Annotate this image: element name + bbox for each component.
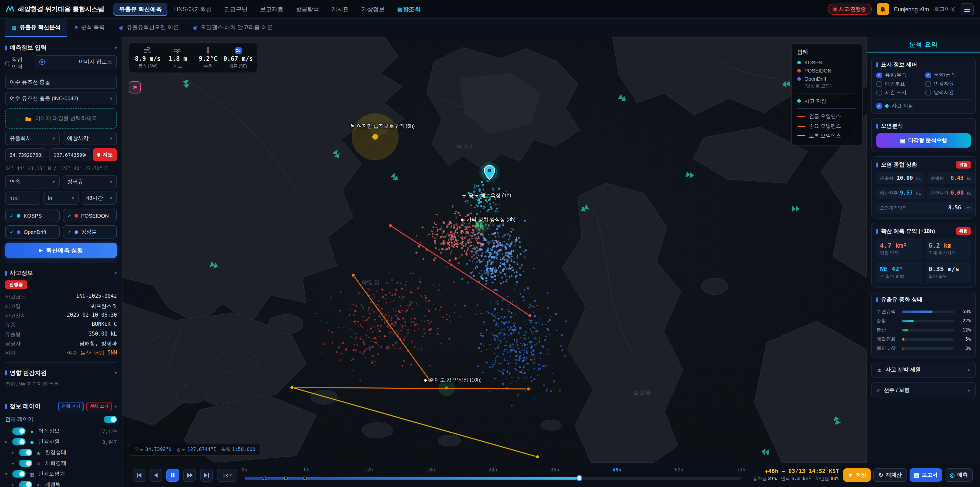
radio-direct-input[interactable]: 직접 입력 [5,55,27,72]
recalculate-button[interactable]: ↻재계산 [873,468,907,482]
place-label: 여수시 [457,144,476,151]
pause-button[interactable] [166,469,179,481]
layer-item-seasonal[interactable]: ▸◐계절별 [5,479,117,487]
model-toggle-kosps[interactable]: ✓KOSPS [5,209,59,222]
notification-bell-button[interactable] [877,3,889,15]
step-back-button[interactable] [150,469,162,481]
spill-company-select[interactable]: 유출회사 ▾ [5,132,59,145]
chevron-right-icon[interactable]: ▸ [12,482,16,487]
tab-diffusion-model-theory[interactable]: ◉유출유확산모델 이론 [113,19,186,37]
timeline-tick-6h[interactable]: 6h [304,466,309,472]
oil-type-select[interactable]: 벙커유 ▾ [62,175,117,188]
predict-button[interactable]: ◎예측 [945,468,973,482]
incident-point-checkbox-row[interactable]: ✓ 사고 지점 [877,103,971,109]
nav-item-board[interactable]: 게시판 [326,3,355,16]
layer-toggle-eco-environment[interactable] [19,449,32,456]
timeline-tick-72h[interactable]: 72h [737,466,746,472]
timeline-tick-60h[interactable]: 60h [675,466,683,472]
timeline-tick-12h[interactable]: 12h [364,466,373,472]
layer-toggle-sensitivity-eval[interactable] [12,470,25,477]
map-canvas[interactable]: 여수시화양면돌산읍⚑여자만 습지보호구역 (6h)☀웅도 해수욕장 (1h)◆가… [123,37,867,463]
legend-dot-icon [797,69,801,72]
predict-section-header[interactable]: 예측정보 입력 ▾ [5,42,117,54]
playback-speed-select[interactable]: 1x ▾ [217,469,237,481]
save-button[interactable]: ▼저장 [843,468,871,482]
display-check-tow-buoy[interactable]: 예인부표 [877,81,922,87]
ship-specs-fold-row[interactable]: ⚓ 사고 선박 제원 ▸ [871,362,976,378]
display-check-sensitive-resources[interactable]: 민감자원 [925,81,971,87]
timeline-tick-24h[interactable]: 24h [488,466,497,472]
display-check-time-display[interactable]: 시간 표시 [877,89,922,96]
layer-toggle-sensitive-resources[interactable] [12,438,25,445]
timeline-tick-36h[interactable]: 36h [550,466,559,472]
expected-time-select[interactable]: 예상시각 ▾ [62,132,117,145]
timeline-event-marker[interactable] [303,476,307,480]
map-style-toggle-button[interactable]: ❀ [129,81,141,93]
sensitive-section-header[interactable]: 영향 민감자원 ▾ [5,366,117,379]
incident-section-header[interactable]: 사고정보 ▾ [5,267,117,279]
run-prediction-button[interactable]: ▶ 확산예측 실행 [5,243,117,258]
incident-select[interactable]: 여수 유조선 충돌 (INC-0042) ▾ [5,92,117,105]
image-upload-dropzone[interactable]: 이미지 파일을 선택하세요 [5,108,117,129]
layer-item-sensitive-resources[interactable]: ▸◆민감자원3,947 [5,436,117,447]
nav-item-hns-air-diffusion[interactable]: HNS·대기확산 [169,3,218,16]
layer-toggle-seasonal[interactable] [19,481,32,487]
timeline-event-marker[interactable] [284,476,288,480]
timeline-track[interactable] [245,477,741,479]
pick-on-map-button[interactable]: 지도 [93,148,117,161]
longitude-input[interactable] [49,148,90,161]
nav-item-aerial-search[interactable]: 항공탐색 [290,3,325,16]
nav-item-weather-info[interactable]: 기상정보 [356,3,390,16]
skip-to-start-button[interactable] [133,469,145,481]
duration-select[interactable]: 48시간 ▾ [82,192,117,205]
radio-image-upload[interactable]: 이미지 업로드 [35,55,117,69]
layers-all-on-button[interactable]: 전체 켜기 [58,402,84,411]
nav-item-oil-spill-forecast[interactable]: 유출유 확산예측 [114,3,167,16]
layer-item-sensitivity-eval[interactable]: ▾▦민감도평가 [5,469,117,479]
layer-item-socio-economy[interactable]: ▸⌂사회경제 [5,458,117,469]
display-check-current-flow[interactable]: ✓유향/유속 [877,72,922,79]
skip-to-end-button[interactable] [200,469,213,481]
polygon-analysis-button[interactable]: ▣ 다각형 분석수행 [877,133,971,148]
timeline-slider[interactable]: 0h6h12h18h24h36h48h60h72h [245,463,741,487]
layer-toggle-fishery-info[interactable] [12,428,25,435]
timeline-tick-0h[interactable]: 0h [242,466,247,472]
incident-name-input[interactable] [5,76,117,89]
layers-section-title: 정보 레이어 [5,402,41,410]
fast-forward-button[interactable] [183,469,196,481]
timeline-tick-48h[interactable]: 48h [613,466,621,472]
spill-amount-input[interactable] [5,192,40,205]
latitude-input[interactable] [5,148,46,161]
chevron-down-icon[interactable]: ▾ [5,471,9,477]
timeline-handle[interactable] [576,475,582,481]
model-toggle-poseidon[interactable]: ✓POSEIDON [62,209,117,222]
owner-insurance-fold-row[interactable]: ⌂ 선주 / 보험 ▸ [871,382,976,398]
chevron-right-icon[interactable]: ▸ [12,461,16,466]
model-toggle-opendrift[interactable]: ✓OpenDrift [5,225,59,238]
tab-diffusion-analysis[interactable]: ▧유출유 확산분석 [5,19,67,37]
chevron-right-icon[interactable]: ▸ [5,439,9,444]
layer-item-fishery-info[interactable]: ●어장정보17,129 [5,426,117,436]
tab-analysis-list[interactable]: ≡분석 목록 [68,19,111,37]
layer-master-toggle[interactable] [103,415,117,423]
display-check-wind[interactable]: ✓풍향/풍속 [925,72,971,79]
layer-item-eco-environment[interactable]: ▸❀환경생태 [5,447,117,458]
unit-select[interactable]: kL ▾ [43,192,79,205]
timeline-event-marker[interactable] [262,476,266,480]
logout-link[interactable]: 로그아웃 [934,6,956,13]
nav-item-emergency-rescue[interactable]: 긴급구난 [219,3,253,16]
nav-item-integrated-search[interactable]: 통합조회 [391,3,426,16]
report-button[interactable]: ▤보고서 [909,468,942,482]
nav-item-report-data[interactable]: 보고자료 [255,3,289,16]
layer-toggle-socio-economy[interactable] [19,460,32,467]
sensitive-section-title: 영향 민감자원 [5,369,46,377]
layers-all-off-button[interactable]: 전체 끄기 [86,402,112,411]
model-toggle-ensemble[interactable]: ✓앙상블 [62,225,117,238]
tab-boom-algorithm-theory[interactable]: ◉오일펜스 배치 알고리즘 이론 [186,19,279,37]
weather-cell-current: 0.67 m/s해류 (SE) [224,46,253,69]
display-check-weather-time[interactable]: 날씨시간 [925,89,971,96]
timeline-tick-18h[interactable]: 18h [426,466,435,472]
spill-mode-select[interactable]: 연속 ▾ [5,175,59,188]
chevron-right-icon[interactable]: ▸ [12,450,16,455]
hamburger-menu-button[interactable] [961,3,974,15]
